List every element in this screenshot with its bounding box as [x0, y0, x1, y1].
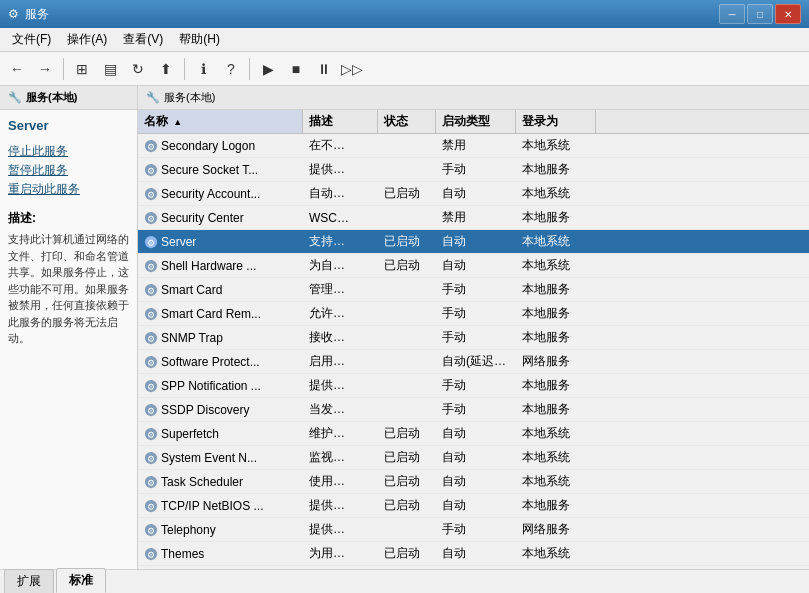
- service-gear-icon: ⚙: [144, 355, 158, 369]
- col-startup[interactable]: 启动类型: [436, 110, 516, 133]
- stop-button[interactable]: ■: [283, 56, 309, 82]
- service-status-cell: 已启动: [378, 182, 436, 205]
- service-login-cell: 本地服务: [516, 158, 596, 181]
- table-row[interactable]: ⚙ SSDP Discovery 当发… 手动 本地服务: [138, 398, 809, 422]
- left-panel-header: 🔧 服务(本地): [0, 86, 137, 110]
- col-name[interactable]: 名称 ▲: [138, 110, 303, 133]
- service-name-cell: ⚙ Server: [138, 230, 303, 253]
- help-toolbar-button[interactable]: ?: [218, 56, 244, 82]
- table-row[interactable]: ⚙ Smart Card Rem... 允许… 手动 本地服务: [138, 302, 809, 326]
- restart-button[interactable]: ▷▷: [339, 56, 365, 82]
- service-desc-cell: 自动…: [303, 182, 378, 205]
- service-gear-icon: ⚙: [144, 211, 158, 225]
- svg-text:⚙: ⚙: [147, 333, 155, 343]
- service-desc-cell: 管理…: [303, 278, 378, 301]
- table-row[interactable]: ⚙ Server 支持… 已启动 自动 本地系统: [138, 230, 809, 254]
- start-button[interactable]: ▶: [255, 56, 281, 82]
- service-name-cell: ⚙ Smart Card Rem...: [138, 302, 303, 325]
- minimize-button[interactable]: ─: [719, 4, 745, 24]
- service-gear-icon: ⚙: [144, 523, 158, 537]
- service-status-cell: [378, 374, 436, 397]
- svg-text:⚙: ⚙: [147, 453, 155, 463]
- service-name-cell: ⚙ System Event N...: [138, 446, 303, 469]
- right-panel-header: 🔧 服务(本地): [138, 86, 809, 110]
- service-desc-cell: 提供…: [303, 518, 378, 541]
- service-desc-cell: 监视…: [303, 446, 378, 469]
- service-gear-icon: ⚙: [144, 283, 158, 297]
- pause-service-link[interactable]: 暂停此服务: [8, 162, 129, 179]
- maximize-button[interactable]: □: [747, 4, 773, 24]
- table-row[interactable]: ⚙ Telephony 提供… 手动 网络服务: [138, 518, 809, 542]
- show-tree-button[interactable]: ⊞: [69, 56, 95, 82]
- service-name-cell: ⚙ Telephony: [138, 518, 303, 541]
- col-desc[interactable]: 描述: [303, 110, 378, 133]
- service-login-cell: 本地服务: [516, 494, 596, 517]
- pause-button[interactable]: ⏸: [311, 56, 337, 82]
- close-button[interactable]: ✕: [775, 4, 801, 24]
- service-status-cell: [378, 518, 436, 541]
- service-desc-cell: 当发…: [303, 398, 378, 421]
- table-row[interactable]: ⚙ System Event N... 监视… 已启动 自动 本地系统: [138, 446, 809, 470]
- bottom-tabs: 扩展 标准: [0, 569, 809, 593]
- service-startup-cell: 自动: [436, 470, 516, 493]
- restart-service-link[interactable]: 重启动此服务: [8, 181, 129, 198]
- title-bar-controls: ─ □ ✕: [719, 4, 801, 24]
- properties-button[interactable]: ℹ: [190, 56, 216, 82]
- table-row[interactable]: ⚙ Security Account... 自动… 已启动 自动 本地系统: [138, 182, 809, 206]
- table-row[interactable]: ⚙ Thread Orderin... 提供… 手动 本地服务: [138, 566, 809, 569]
- table-row[interactable]: ⚙ Smart Card 管理… 手动 本地服务: [138, 278, 809, 302]
- back-button[interactable]: ←: [4, 56, 30, 82]
- service-status-cell: 已启动: [378, 230, 436, 253]
- service-login-cell: 网络服务: [516, 518, 596, 541]
- table-row[interactable]: ⚙ Shell Hardware ... 为自… 已启动 自动 本地系统: [138, 254, 809, 278]
- service-status-cell: [378, 398, 436, 421]
- tab-extended[interactable]: 扩展: [4, 569, 54, 593]
- service-login-cell: 本地系统: [516, 470, 596, 493]
- tab-standard[interactable]: 标准: [56, 568, 106, 593]
- table-row[interactable]: ⚙ Task Scheduler 使用… 已启动 自动 本地系统: [138, 470, 809, 494]
- service-login-cell: 本地系统: [516, 254, 596, 277]
- left-panel-content: Server 停止此服务 暂停此服务 重启动此服务 描述: 支持此计算机通过网络…: [0, 110, 137, 355]
- menu-view[interactable]: 查看(V): [115, 29, 171, 51]
- table-row[interactable]: ⚙ Superfetch 维护… 已启动 自动 本地系统: [138, 422, 809, 446]
- view-details-button[interactable]: ▤: [97, 56, 123, 82]
- service-gear-icon: ⚙: [144, 547, 158, 561]
- menu-action[interactable]: 操作(A): [59, 29, 115, 51]
- table-row[interactable]: ⚙ SNMP Trap 接收… 手动 本地服务: [138, 326, 809, 350]
- service-startup-cell: 手动: [436, 158, 516, 181]
- svg-text:⚙: ⚙: [147, 261, 155, 271]
- stop-service-link[interactable]: 停止此服务: [8, 143, 129, 160]
- services-table[interactable]: 名称 ▲ 描述 状态 启动类型 登录为 ⚙ Secondary Logon 在不…: [138, 110, 809, 569]
- service-name-cell: ⚙ Superfetch: [138, 422, 303, 445]
- menu-help[interactable]: 帮助(H): [171, 29, 228, 51]
- col-login[interactable]: 登录为: [516, 110, 596, 133]
- table-row[interactable]: ⚙ Software Protect... 启用… 自动(延迟… 网络服务: [138, 350, 809, 374]
- service-startup-cell: 手动: [436, 278, 516, 301]
- table-row[interactable]: ⚙ SPP Notification ... 提供… 手动 本地服务: [138, 374, 809, 398]
- table-row[interactable]: ⚙ TCP/IP NetBIOS ... 提供… 已启动 自动 本地服务: [138, 494, 809, 518]
- sort-arrow: ▲: [173, 117, 182, 127]
- table-row[interactable]: ⚙ Secondary Logon 在不… 禁用 本地系统: [138, 134, 809, 158]
- service-status-cell: 已启动: [378, 494, 436, 517]
- service-login-cell: 本地系统: [516, 542, 596, 565]
- service-desc-cell: 在不…: [303, 134, 378, 157]
- col-status[interactable]: 状态: [378, 110, 436, 133]
- service-status-cell: [378, 302, 436, 325]
- refresh-button[interactable]: ↻: [125, 56, 151, 82]
- table-row[interactable]: ⚙ Security Center WSC… 禁用 本地服务: [138, 206, 809, 230]
- table-row[interactable]: ⚙ Secure Socket T... 提供… 手动 本地服务: [138, 158, 809, 182]
- export-button[interactable]: ⬆: [153, 56, 179, 82]
- left-panel: 🔧 服务(本地) Server 停止此服务 暂停此服务 重启动此服务 描述: 支…: [0, 86, 138, 569]
- svg-text:⚙: ⚙: [147, 165, 155, 175]
- service-login-cell: 本地系统: [516, 230, 596, 253]
- service-status-cell: [378, 158, 436, 181]
- forward-button[interactable]: →: [32, 56, 58, 82]
- service-desc-cell: 提供…: [303, 374, 378, 397]
- menu-file[interactable]: 文件(F): [4, 29, 59, 51]
- left-panel-header-title: 服务(本地): [26, 90, 77, 105]
- svg-text:⚙: ⚙: [147, 189, 155, 199]
- service-gear-icon: ⚙: [144, 331, 158, 345]
- title-bar-icon: ⚙: [8, 7, 19, 21]
- service-name-cell: ⚙ Task Scheduler: [138, 470, 303, 493]
- table-row[interactable]: ⚙ Themes 为用… 已启动 自动 本地系统: [138, 542, 809, 566]
